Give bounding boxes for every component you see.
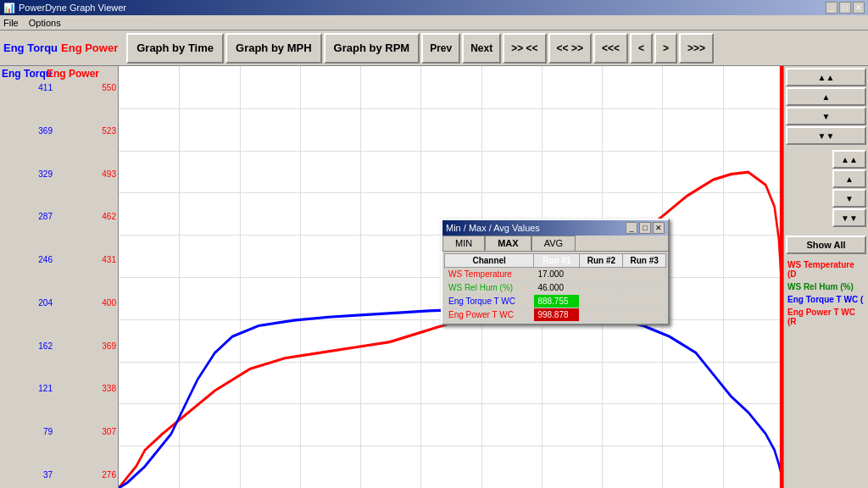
y-tick-blue-5: 204 [38, 298, 53, 308]
min-max-avg-modal[interactable]: Min / Max / Avg Values _ □ ✕ MIN MAX AVG [441, 219, 670, 325]
modal-cell-ws-rel-run2 [580, 281, 623, 295]
main-content: Eng Torqu Eng Power 411 369 329 287 246 … [0, 66, 868, 488]
y-tick-red-9: 276 [102, 470, 116, 480]
scroll-down-bottom-button[interactable]: ▼▼ [786, 126, 866, 145]
scroll-right-bottom-button[interactable]: ▼▼ [832, 208, 866, 227]
y-tick-blue-1: 369 [38, 126, 53, 136]
modal-cell-ws-temp-channel: WS Temperature [445, 268, 534, 281]
nav-ff-button[interactable]: >> << [503, 33, 546, 64]
nav-right-button[interactable]: > [654, 33, 677, 64]
modal-cell-eng-power-channel: Eng Power T WC [445, 308, 534, 322]
window-controls[interactable]: _ □ ✕ [826, 2, 865, 14]
nav-rr-button[interactable]: << >> [548, 33, 592, 64]
modal-cell-ws-temp-run1: 17.000 [534, 268, 580, 281]
channel-eng-torque[interactable]: Eng Torque T WC ( [786, 294, 866, 305]
modal-cell-eng-power-run1: 998.878 [534, 308, 580, 322]
y-tick-red-2: 493 [102, 169, 116, 179]
modal-row-eng-torque: Eng Torque T WC 888.755 [445, 295, 666, 308]
modal-row-eng-power: Eng Power T WC 998.878 [445, 308, 666, 322]
y-tick-blue-3: 287 [38, 212, 53, 221]
modal-col-run2: Run #2 [580, 254, 623, 268]
scroll-down-button[interactable]: ▼ [786, 107, 866, 125]
y-tick-blue-4: 246 [38, 255, 53, 264]
graph-by-time-button[interactable]: Graph by Time [126, 33, 224, 64]
scroll-right-down-button[interactable]: ▼ [832, 189, 866, 208]
y-tick-red-4: 431 [102, 255, 116, 264]
channel-ws-rel-hum[interactable]: WS Rel Hum (%) [786, 281, 866, 292]
modal-cell-ws-rel-run3 [623, 281, 666, 295]
y-tick-red-7: 338 [102, 384, 116, 393]
toolbar: Eng Torqu Eng Power Graph by Time Graph … [0, 30, 868, 66]
modal-cell-ws-temp-run3 [623, 268, 666, 281]
y-tick-blue-9: 37 [43, 470, 53, 480]
scroll-up-top-button[interactable]: ▲▲ [786, 68, 866, 86]
y-tick-blue-8: 79 [43, 427, 53, 436]
left-axis: Eng Torqu Eng Power 411 369 329 287 246 … [0, 66, 119, 488]
nav-fff-button[interactable]: <<< [593, 33, 628, 64]
eng-torque-axis-label: Eng Torqu [2, 68, 52, 80]
minimize-button[interactable]: _ [826, 2, 837, 14]
y-axis-red: 550 523 493 462 431 400 369 338 307 276 [65, 83, 116, 480]
modal-minimize-button[interactable]: _ [626, 222, 637, 234]
modal-tab-max[interactable]: MAX [485, 236, 531, 251]
menu-options[interactable]: Options [29, 18, 61, 28]
next-button[interactable]: Next [462, 33, 501, 64]
blue-torque-line [119, 309, 783, 488]
modal-cell-eng-torque-channel: Eng Torque T WC [445, 295, 534, 308]
modal-title-bar: Min / Max / Avg Values _ □ ✕ [442, 220, 668, 236]
eng-power-axis-label: Eng Power [47, 68, 99, 80]
right-panel: ▲▲ ▲ ▼ ▼▼ ▲▲ ▲ ▼ ▼▼ Show All WS Temperat… [783, 66, 868, 488]
modal-tab-min[interactable]: MIN [442, 236, 485, 251]
modal-cell-eng-torque-run2 [580, 295, 623, 308]
scroll-right-top-button[interactable]: ▲▲ [832, 150, 866, 169]
scroll-up-button[interactable]: ▲ [786, 87, 866, 106]
modal-tab-avg[interactable]: AVG [531, 236, 576, 251]
graph-by-mph-button[interactable]: Graph by MPH [225, 33, 322, 64]
app-title: PowerDyne Graph Viewer [19, 3, 126, 13]
title-bar: 📊 PowerDyne Graph Viewer _ □ ✕ [0, 0, 868, 15]
show-all-button[interactable]: Show All [786, 236, 866, 254]
y-tick-red-3: 462 [102, 212, 116, 221]
nav-end-button[interactable]: >>> [679, 33, 714, 64]
y-tick-blue-6: 162 [38, 341, 53, 351]
y-tick-red-5: 400 [102, 298, 116, 308]
y-axis-blue: 411 369 329 287 246 204 162 121 79 37 [2, 83, 53, 480]
modal-maximize-button[interactable]: □ [639, 222, 651, 234]
graph-by-rpm-button[interactable]: Graph by RPM [324, 33, 420, 64]
modal-close-button[interactable]: ✕ [653, 222, 665, 234]
red-bar [780, 66, 783, 488]
y-tick-red-8: 307 [102, 427, 116, 436]
y-tick-blue-7: 121 [38, 384, 53, 393]
close-button[interactable]: ✕ [853, 2, 865, 14]
modal-col-channel: Channel [445, 254, 534, 268]
modal-title: Min / Max / Avg Values [446, 223, 540, 233]
channel-eng-power[interactable]: Eng Power T WC (R [786, 307, 866, 327]
nav-left-button[interactable]: < [630, 33, 653, 64]
maximize-button[interactable]: □ [839, 2, 851, 14]
modal-content: Channel Run #1 Run #2 Run #3 WS Temperat… [442, 252, 668, 324]
menu-file[interactable]: File [3, 18, 19, 28]
modal-row-ws-temp: WS Temperature 17.000 [445, 268, 666, 281]
modal-cell-eng-power-run2 [580, 308, 623, 322]
chart-area: Min / Max / Avg Values _ □ ✕ MIN MAX AVG [119, 66, 783, 488]
modal-cell-eng-torque-run1: 888.755 [534, 295, 580, 308]
y-tick-blue-2: 329 [38, 169, 53, 179]
modal-cell-ws-temp-run2 [580, 268, 623, 281]
menu-bar: File Options [0, 15, 868, 30]
modal-col-run1: Run #1 [534, 254, 580, 268]
modal-cell-ws-rel-channel: WS Rel Hum (%) [445, 281, 534, 295]
scroll-right-up-button[interactable]: ▲ [832, 169, 866, 188]
y-tick-red-1: 523 [102, 126, 116, 136]
y-tick-blue-0: 411 [38, 83, 53, 92]
modal-cell-eng-torque-run3 [623, 295, 666, 308]
modal-col-run3: Run #3 [623, 254, 666, 268]
modal-cell-ws-rel-run1: 46.000 [534, 281, 580, 295]
y-tick-red-6: 369 [102, 341, 116, 351]
modal-cell-eng-power-run3 [623, 308, 666, 322]
y-tick-red-0: 550 [102, 83, 116, 92]
prev-button[interactable]: Prev [421, 33, 460, 64]
app-icon: 📊 [3, 3, 15, 14]
modal-tabs: MIN MAX AVG [442, 236, 668, 252]
eng-power-label: Eng Power [61, 42, 118, 54]
channel-ws-temperature[interactable]: WS Temperature (D [786, 259, 866, 280]
